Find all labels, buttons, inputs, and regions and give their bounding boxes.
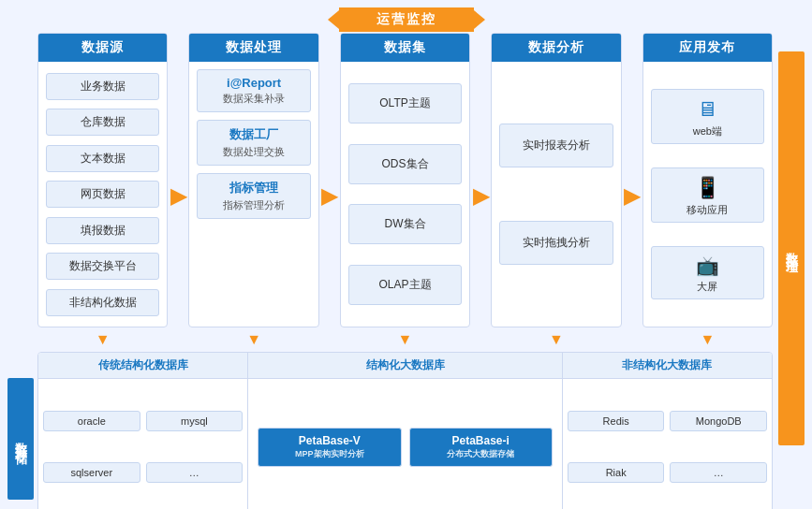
- proc-title-0: i@Report: [205, 76, 302, 90]
- datasource-item-1: 仓库数据: [46, 109, 159, 136]
- top-columns-row: 数据源 业务数据 仓库数据 文本数据 网页数据 填报数据 数据交换平台 非结构化…: [37, 33, 773, 327]
- datasource-body: 业务数据 仓库数据 文本数据 网页数据 填报数据 数据交换平台 非结构化数据: [38, 62, 167, 327]
- dataset-header: 数据集: [341, 34, 469, 62]
- arrow-1: ▶: [168, 33, 188, 327]
- datasource-header: 数据源: [38, 34, 167, 62]
- screen-label: 大屏: [697, 280, 717, 294]
- datasource-item-5: 数据交换平台: [46, 253, 159, 280]
- right-label-text: 数据治理: [778, 51, 805, 445]
- screen-icon: 📺: [696, 254, 719, 277]
- proc-title-2: 指标管理: [205, 180, 302, 196]
- arrow-icon-2: ▶: [321, 184, 337, 209]
- petabase-v-sub: MPP架构实时分析: [262, 448, 396, 460]
- down-arrow-3: ▼: [549, 331, 564, 348]
- traditional-db-item-sqlserver: sqlserver: [43, 462, 140, 483]
- vertical-arrows-row: ▼ ▼ ▼ ▼ ▼: [37, 329, 773, 350]
- v-arrow-4: ▼: [642, 331, 773, 348]
- unstructured-db-row-1: Riak …: [568, 462, 767, 483]
- dataset-item-0: OLTP主题: [348, 83, 462, 124]
- traditional-db-group: 传统结构化数据库 oracle mysql sqlserver …: [38, 353, 248, 509]
- proc-group-1: 数据工厂 数据处理交换: [197, 120, 310, 166]
- unstructured-db-item-riak: Riak: [568, 462, 665, 483]
- dataset-column: 数据集 OLTP主题 ODS集合 DW集合 OLAP主题: [340, 33, 470, 327]
- unstructured-db-group: 非结构化大数据库 Redis MongoDB Riak …: [563, 353, 772, 509]
- analysis-body: 实时报表分析 实时拖拽分析: [492, 62, 620, 327]
- arrow-icon-3: ▶: [473, 184, 489, 209]
- unstructured-db-header: 非结构化大数据库: [563, 353, 772, 379]
- datasource-item-4: 填报数据: [46, 217, 159, 244]
- bigdata-db-body: PetaBase-V MPP架构实时分析 PetaBase-i 分布式大数据存储: [248, 379, 562, 509]
- dataanalysis-column: 数据分析 实时报表分析 实时拖拽分析: [491, 33, 621, 327]
- apppublish-column: 应用发布 🖥 web端 📱 移动应用 📺 大屏: [642, 33, 773, 327]
- proc-sub-1: 数据处理交换: [205, 145, 302, 159]
- arrow-icon-4: ▶: [624, 184, 640, 209]
- bar-arrow-left: [328, 10, 339, 29]
- proc-group-0: i@Report 数据采集补录: [197, 69, 310, 112]
- datasource-item-6: 非结构化数据: [46, 289, 159, 316]
- v-arrow-2: ▼: [340, 331, 470, 348]
- bigdata-db-group: 结构化大数据库 PetaBase-V MPP架构实时分析 PetaBase-i …: [248, 353, 563, 509]
- analysis-item-1: 实时拖拽分析: [499, 221, 613, 265]
- unstructured-db-item-redis: Redis: [568, 411, 665, 431]
- left-side-label: 数据存储: [7, 378, 34, 500]
- unstructured-db-item-etc: …: [670, 462, 767, 483]
- main-container: 运营监控 数据治理 数据存储 数据源 业务数据 仓库数据 文本数据 网页数据 填…: [0, 0, 812, 509]
- left-label-text: 数据存储: [7, 378, 34, 500]
- traditional-db-body: oracle mysql sqlserver …: [38, 379, 247, 509]
- traditional-db-item-oracle: oracle: [43, 411, 140, 431]
- columns-area: 数据源 业务数据 仓库数据 文本数据 网页数据 填报数据 数据交换平台 非结构化…: [37, 33, 773, 500]
- datasource-item-2: 文本数据: [46, 145, 159, 172]
- proc-title-1: 数据工厂: [205, 126, 302, 143]
- bottom-section: 传统结构化数据库 oracle mysql sqlserver … 结构化大数据…: [37, 352, 773, 509]
- app-item-web: 🖥 web端: [651, 89, 764, 144]
- datasource-column: 数据源 业务数据 仓库数据 文本数据 网页数据 填报数据 数据交换平台 非结构化…: [37, 33, 168, 327]
- dataset-item-3: OLAP主题: [348, 265, 462, 305]
- traditional-db-item-mysql: mysql: [146, 411, 244, 431]
- arrow-2: ▶: [319, 33, 340, 327]
- traditional-db-row-0: oracle mysql: [43, 411, 243, 431]
- unstructured-db-item-mongodb: MongoDB: [670, 411, 767, 431]
- down-arrow-0: ▼: [96, 331, 111, 348]
- app-body: 🖥 web端 📱 移动应用 📺 大屏: [643, 62, 772, 327]
- arrow-3: ▶: [470, 33, 491, 327]
- petabase-i-sub: 分布式大数据存储: [414, 448, 548, 460]
- web-icon: 🖥: [697, 97, 717, 122]
- dataanalysis-header: 数据分析: [492, 34, 620, 62]
- arrow-icon-1: ▶: [170, 184, 186, 209]
- v-arrow-1: ▼: [188, 331, 318, 348]
- mobile-label: 移动应用: [687, 203, 728, 217]
- dataprocess-header: 数据处理: [189, 34, 317, 62]
- right-side-label: 数据治理: [778, 51, 805, 445]
- petabase-i: PetaBase-i 分布式大数据存储: [409, 428, 553, 467]
- traditional-db-row-1: sqlserver …: [43, 462, 243, 483]
- dataset-item-1: ODS集合: [348, 144, 462, 184]
- web-label: web端: [693, 124, 722, 138]
- dataprocess-column: 数据处理 i@Report 数据采集补录 数据工厂 数据处理交换 指标管理 指标: [188, 33, 318, 327]
- datasource-item-3: 网页数据: [46, 181, 159, 208]
- traditional-db-header: 传统结构化数据库: [38, 353, 247, 379]
- proc-group-2: 指标管理 指标管理分析: [197, 173, 310, 219]
- bar-arrow-right: [474, 10, 485, 29]
- traditional-db-item-etc: …: [146, 462, 244, 483]
- top-monitoring-bar: 运营监控: [328, 7, 485, 32]
- app-item-mobile: 📱 移动应用: [651, 167, 764, 223]
- unstructured-db-row-0: Redis MongoDB: [568, 411, 767, 431]
- down-arrow-4: ▼: [700, 331, 715, 348]
- app-item-screen: 📺 大屏: [651, 246, 764, 299]
- mobile-icon: 📱: [695, 176, 720, 200]
- monitoring-label: 运营监控: [339, 7, 474, 32]
- down-arrow-1: ▼: [246, 331, 261, 348]
- bigdata-db-header: 结构化大数据库: [248, 353, 562, 379]
- proc-sub-2: 指标管理分析: [205, 198, 302, 212]
- datasource-item-0: 业务数据: [46, 73, 159, 100]
- down-arrow-2: ▼: [398, 331, 413, 348]
- analysis-item-0: 实时报表分析: [499, 124, 613, 167]
- v-arrow-0: ▼: [37, 331, 168, 348]
- dataset-item-2: DW集合: [348, 204, 462, 244]
- unstructured-db-body: Redis MongoDB Riak …: [563, 379, 772, 509]
- processing-body: i@Report 数据采集补录 数据工厂 数据处理交换 指标管理 指标管理分析: [189, 62, 317, 327]
- apppublish-header: 应用发布: [643, 34, 772, 62]
- arrow-4: ▶: [622, 33, 642, 327]
- v-arrow-3: ▼: [491, 331, 621, 348]
- petabase-v: PetaBase-V MPP架构实时分析: [258, 428, 401, 467]
